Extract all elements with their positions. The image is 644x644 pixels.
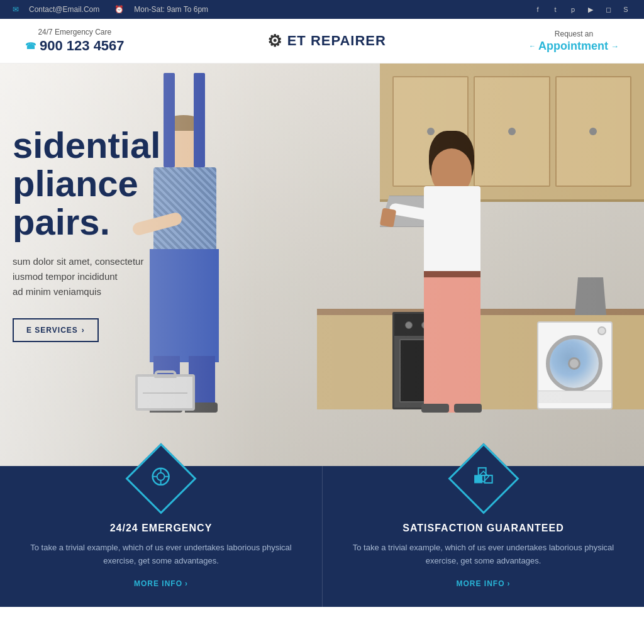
email-icon: ✉: [13, 5, 19, 14]
appt-arrow-right: →: [611, 42, 619, 51]
satisfaction-more-arrow: ›: [508, 579, 511, 588]
email-link[interactable]: Contact@Email.Com: [29, 5, 99, 14]
header: 24/7 Emergency Care ☎ 900 123 4567 ⚙ ET …: [0, 19, 644, 64]
youtube-icon[interactable]: ▶: [585, 4, 596, 15]
feature-emergency: 24/24 EMERGENCY To take a trivial exampl…: [0, 466, 322, 607]
feature-satisfaction: SATISFACTION GUARANTEED To take a trivia…: [322, 466, 644, 607]
services-btn-arrow: ›: [82, 326, 85, 335]
twitter-icon[interactable]: t: [550, 4, 561, 15]
hero-description: sum dolor sit amet, consectetur iusmod t…: [13, 254, 264, 299]
appointment-link[interactable]: ← Appointment →: [529, 40, 619, 53]
hero-desc-line1: sum dolor sit amet, consectetur: [13, 256, 143, 267]
satisfaction-more-link[interactable]: MORE INFO ›: [457, 579, 511, 588]
services-button[interactable]: E SERVICES ›: [13, 318, 99, 342]
features-section: 24/24 EMERGENCY To take a trivial exampl…: [0, 466, 644, 607]
logo-text: ET REPAIRER: [287, 33, 386, 49]
emergency-block: 24/7 Emergency Care ☎ 900 123 4567: [25, 28, 125, 54]
appointment-text: Appointment: [538, 40, 608, 53]
satisfaction-icon: [474, 467, 494, 491]
hero-title-line3: pairs.: [13, 201, 110, 242]
svg-rect-6: [479, 468, 486, 475]
pinterest-icon[interactable]: p: [567, 4, 579, 15]
appointment-label: Request an: [529, 30, 619, 38]
emergency-label: 24/7 Emergency Care: [25, 28, 125, 36]
clock-icon: ⏰: [114, 5, 124, 14]
hero-content: sidential pliance pairs. sum dolor sit a…: [0, 114, 264, 355]
site-logo[interactable]: ⚙ ET REPAIRER: [267, 31, 386, 51]
appointment-block: Request an ← Appointment →: [529, 30, 619, 53]
instagram-icon[interactable]: ◻: [602, 4, 614, 15]
svg-point-1: [157, 473, 165, 480]
emergency-desc: To take a trivial example, which of us e…: [25, 541, 297, 568]
skype-icon[interactable]: S: [620, 4, 631, 15]
emergency-icon: [151, 467, 171, 491]
satisfaction-more-label: MORE INFO: [457, 579, 505, 588]
emergency-more-label: MORE INFO: [134, 579, 182, 588]
hero-title: sidential pliance pairs.: [13, 126, 264, 242]
satisfaction-desc: To take a trivial example, which of us e…: [348, 541, 619, 568]
hours-text: Mon-Sat: 9am To 6pm: [134, 5, 208, 14]
top-bar-left: ✉ Contact@Email.Com ⏰ Mon-Sat: 9am To 6p…: [13, 5, 208, 14]
emergency-title: 24/24 EMERGENCY: [110, 523, 213, 534]
hero-desc-line3: ad minim veniamquis: [13, 286, 101, 297]
hero-title-line1: sidential: [13, 125, 160, 165]
services-btn-label: E SERVICES: [26, 326, 78, 335]
top-bar: ✉ Contact@Email.Com ⏰ Mon-Sat: 9am To 6p…: [0, 0, 644, 19]
appt-arrow-left: ←: [529, 42, 536, 50]
phone-number[interactable]: ☎ 900 123 4567: [25, 38, 125, 54]
satisfaction-title: SATISFACTION GUARANTEED: [402, 523, 564, 534]
gear-icon: ⚙: [267, 31, 282, 51]
hero-desc-line2: iusmod tempor incididunt: [13, 271, 118, 282]
hero-title-line2: pliance: [13, 163, 138, 204]
emergency-more-link[interactable]: MORE INFO ›: [134, 579, 188, 588]
social-links: f t p ▶ ◻ S: [532, 4, 631, 15]
emergency-more-arrow: ›: [185, 579, 188, 588]
phone-icon: ☎: [25, 41, 36, 51]
hero-section: sidential pliance pairs. sum dolor sit a…: [0, 64, 644, 466]
facebook-icon[interactable]: f: [532, 4, 543, 15]
